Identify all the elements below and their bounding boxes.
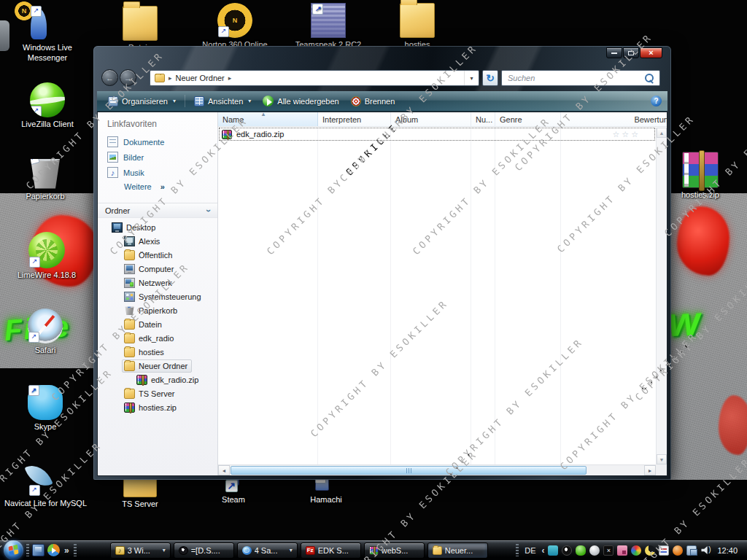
taskbar-clock[interactable]: 12:40 [714,546,740,555]
tree-item-row[interactable]: Desktop [109,221,160,234]
desktop-icon-norton-360-online[interactable]: Norton 360 Online [198,3,271,50]
scroll-down-icon[interactable]: ▼ [657,454,667,464]
tree-item-hosties-zip[interactable]: hosties.zip [98,400,217,414]
sidebar-item-musik[interactable]: Musik [98,165,217,180]
tree-item-alexis[interactable]: Alexis [98,234,217,248]
tree-item-edk-radio[interactable]: edk_radio [98,331,217,345]
scroll-right-icon[interactable]: ▸ [644,465,656,475]
tree-item-hosties[interactable]: hosties [98,345,217,359]
tree-item-ts-server[interactable]: TS Server [98,386,217,400]
tree-item-row[interactable]: Papierkorb [122,304,182,317]
taskbar-button-3-wi[interactable]: 3 Wi...▾ [110,542,171,559]
back-button[interactable]: ← [101,69,118,86]
sidebar-item-more[interactable]: Weitere » [98,180,217,193]
desktop-icon-papierkorb[interactable]: Papierkorb [10,153,80,202]
start-button[interactable] [4,540,23,560]
scroll-up-icon[interactable]: ▲ [657,128,667,138]
desktop-icon-limewire-4-18-8[interactable]: LimeWire 4.18.8 [10,232,83,281]
tree-item-row[interactable]: hosties [122,346,169,359]
help-icon[interactable] [651,96,662,106]
column-header-interpreten[interactable]: Interpreten [318,112,391,126]
tree-item-desktop[interactable]: Desktop [98,220,217,234]
tree-item-row[interactable]: edk_radio [122,332,178,345]
desktop-icon-windows-live-messenger[interactable]: Windows Live Messenger [12,6,82,63]
taskbar-button-d-s[interactable]: =[D.S.... [174,542,234,559]
search-icon[interactable] [645,74,654,82]
tree-item-systemsteuerung[interactable]: Systemsteuerung [98,289,217,303]
minimize-button[interactable] [606,47,622,58]
sidebar-item-dokumente[interactable]: Dokumente [98,134,217,149]
orange-app-tray-icon[interactable] [673,545,683,556]
tree-item-row[interactable]: hosties.zip [122,401,181,414]
pink-app-tray-icon[interactable] [617,545,627,556]
forward-button[interactable]: → [120,69,136,86]
x-app-tray-icon[interactable]: × [603,545,614,556]
media-player-icon[interactable] [47,544,60,556]
tree-item-ffentlich[interactable]: Öffentlich [98,248,217,262]
tree-item-neuer-ordner[interactable]: Neuer Ordner [98,359,217,373]
folders-header[interactable]: Ordner › [98,203,217,218]
sidebar-item-bilder[interactable]: Bilder [98,149,217,165]
column-header-genre[interactable]: Genre [495,112,561,126]
desktop-icon-navicat-lite-for-mysql[interactable]: Navicat Lite for MySQL [0,462,98,509]
file-row-edk-radio-zip[interactable]: edk_radio.zip☆☆☆ [219,128,655,141]
close-button[interactable]: × [640,47,662,58]
taskbar-button-webs[interactable]: webS... [364,542,425,559]
tree-item-row[interactable]: TS Server [122,387,179,400]
column-header-name[interactable]: Name [218,112,318,126]
horizontal-scrollbar[interactable]: ◂ ▸ [218,464,656,475]
notes-tray-icon[interactable] [659,545,669,556]
column-header-album[interactable]: Album [391,112,471,126]
messenger-tray-icon[interactable] [548,545,558,556]
tree-item-papierkorb[interactable]: Papierkorb [98,303,217,317]
livezilla-tray-icon[interactable] [576,545,586,556]
tree-item-row[interactable]: edk_radio.zip [134,373,203,386]
tree-item-row[interactable]: Alexis [122,235,164,248]
taskbar-button-4-sa[interactable]: 4 Sa...▾ [237,542,298,559]
tree-item-row[interactable]: Neuer Ordner [122,359,192,373]
network-tray-icon[interactable] [686,545,697,556]
address-dropdown-button[interactable]: ▾ [464,71,479,85]
volume-tray-icon[interactable] [700,545,711,556]
desktop-icon-skype[interactable]: Skype [10,385,80,432]
tree-item-row[interactable]: Öffentlich [122,249,177,262]
rating-stars[interactable]: ☆☆☆ [612,130,655,139]
steam-tray-icon[interactable] [562,545,572,556]
vertical-scrollbar[interactable]: ▲ ▼ [656,128,667,464]
maximize-button[interactable] [623,47,639,58]
taskbar-button-neuer[interactable]: Neuer... [427,542,488,559]
tree-item-datein[interactable]: Datein [98,317,217,331]
swirl-tray-icon[interactable] [631,545,641,556]
views-button[interactable]: Ansichten ▾ [189,94,256,109]
desktop-icon-hosties-zip[interactable]: hosties.zip [664,152,737,201]
moon-tray-icon[interactable] [645,545,655,556]
show-desktop-icon[interactable] [32,544,44,556]
column-header-bewertung[interactable]: Bewertung [561,112,667,126]
tray-expand-icon[interactable]: ‹ [541,545,544,556]
desktop-icon-hosties[interactable]: hosties [382,3,452,50]
tree-item-edk-radio-zip[interactable]: edk_radio.zip [98,373,217,386]
desktop-icon-teamspeak-2-rc2[interactable]: Teamspeak 2 RC2 [292,3,365,50]
scrollbar-thumb[interactable] [231,466,587,475]
tree-item-row[interactable]: Systemsteuerung [122,290,206,303]
breadcrumb-segment[interactable]: Neuer Ordner [176,74,225,82]
search-input[interactable] [508,74,645,82]
tree-item-row[interactable]: Datein [122,318,166,331]
quick-launch-overflow-button[interactable]: » [63,545,71,556]
tree-item-computer[interactable]: Computer [98,262,217,276]
desktop-icon-safari[interactable]: Safari [10,308,80,356]
organize-button[interactable]: Organisieren ▾ [103,94,181,109]
play-all-button[interactable]: Alle wiedergeben [258,93,344,109]
sphere-tray-icon[interactable] [589,545,600,556]
language-indicator[interactable]: DE [522,546,538,555]
tree-item-row[interactable]: Computer [122,262,178,276]
scroll-left-icon[interactable]: ◂ [218,465,230,475]
taskbar-button-edk-s[interactable]: EDK S... [301,542,361,559]
tree-item-row[interactable]: Netzwerk [122,276,177,289]
column-header-nu[interactable]: Nu... [471,112,495,126]
burn-button[interactable]: Brennen [346,94,400,109]
refresh-button[interactable]: ↻ [482,70,498,86]
tree-item-netzwerk[interactable]: Netzwerk [98,276,217,289]
desktop-icon-livezilla-client[interactable]: LiveZilla Client [12,82,82,130]
breadcrumb[interactable]: ▸ Neuer Ordner ▸ ▾ [150,70,479,86]
